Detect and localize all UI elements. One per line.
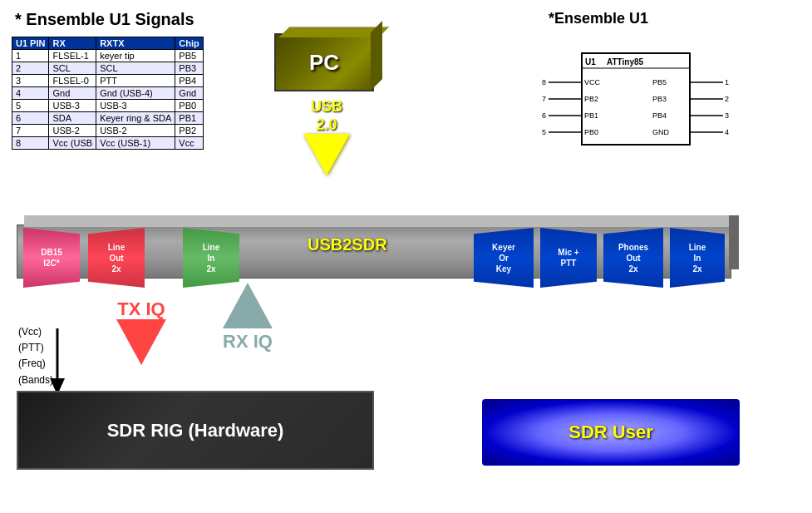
table-cell: PB0 [175, 100, 203, 112]
table-cell: SCL [49, 62, 96, 75]
sdr-user-box: SDR User [482, 399, 740, 466]
table-cell: FLSEL-0 [49, 75, 96, 87]
table-cell: 5 [12, 100, 49, 112]
table-row: 8Vcc (USBVcc (USB-1)Vcc [12, 137, 204, 150]
table-cell: PB2 [175, 125, 203, 137]
svg-text:GND: GND [652, 128, 670, 136]
col-header-rx: RX [49, 37, 96, 50]
usb-arrow-down-icon [303, 134, 350, 175]
tx-label: TX IQ [117, 299, 165, 319]
table-cell: Gnd [175, 87, 203, 100]
svg-text:PB0: PB0 [584, 128, 598, 136]
svg-text:ATTiny85: ATTiny85 [607, 57, 644, 67]
table-cell: FLSEL-1 [49, 50, 96, 62]
port-lineout: LineOut2x [88, 228, 145, 288]
table-row: 1FLSEL-1keyer tipPB5 [12, 50, 204, 62]
svg-text:2: 2 [725, 95, 729, 103]
left-label-ptt: (PTT) [18, 340, 53, 356]
table-cell: USB-3 [49, 100, 96, 112]
port-mic: Mic +PTT [540, 228, 597, 288]
table-cell: PB5 [175, 50, 203, 62]
signal-arrow-down-icon [50, 328, 65, 395]
table-cell: keyer tip [96, 50, 175, 62]
svg-text:PB3: PB3 [652, 95, 667, 103]
rx-iq-arrow: RX IQ [223, 283, 273, 352]
usb-label: USB2.0 [311, 98, 342, 134]
svg-text:U1: U1 [585, 57, 596, 67]
port-db15: DB15I2C* [23, 228, 80, 288]
table-cell: Vcc (USB-1) [96, 137, 175, 150]
ensemble-right-title: *Ensemble U1 [549, 10, 648, 27]
table-cell: 7 [12, 125, 49, 137]
table-cell: PB4 [175, 75, 203, 87]
table-cell: SDA [49, 112, 96, 125]
table-row: 5USB-3USB-3PB0 [12, 100, 204, 112]
svg-text:PB5: PB5 [652, 78, 667, 86]
col-header-rxtx: RXTX [96, 37, 175, 50]
svg-text:PB4: PB4 [652, 111, 667, 120]
svg-text:7: 7 [542, 95, 546, 103]
port-linein-left: LineIn2x [183, 228, 239, 288]
table-cell: PB3 [175, 62, 203, 75]
table-cell: PB1 [175, 112, 203, 125]
table-cell: USB-2 [96, 125, 175, 137]
port-phones: PhonesOut2x [603, 228, 663, 288]
chip-diagram: U1 ATTiny85 8 7 6 5 1 2 3 4 VCC PB2 PB1 … [524, 37, 756, 170]
tx-arrow-down-icon [116, 319, 166, 365]
table-cell: PTT [96, 75, 175, 87]
table-cell: 8 [12, 137, 49, 150]
table-row: 4GndGnd (USB-4)Gnd [12, 87, 204, 100]
table-cell: 2 [12, 62, 49, 75]
signal-table: U1 PIN RX RXTX Chip 1FLSEL-1keyer tipPB5… [12, 37, 204, 150]
port-linein-right: LineIn2x [670, 228, 725, 288]
sdr-rig-label: SDR RIG (Hardware) [107, 420, 284, 441]
board-label: USB2SDR [308, 235, 387, 254]
table-cell: Gnd [49, 87, 96, 100]
pc-3d-box: PC [274, 33, 374, 91]
table-cell: USB-3 [96, 100, 175, 112]
svg-text:1: 1 [725, 78, 729, 86]
svg-text:5: 5 [542, 128, 546, 136]
svg-text:VCC: VCC [584, 78, 601, 86]
table-cell: 4 [12, 87, 49, 100]
main-title: * Ensemble U1 Signals [15, 10, 194, 29]
pc-label: PC [309, 50, 339, 76]
table-cell: 6 [12, 112, 49, 125]
tx-iq-arrow: TX IQ [116, 299, 166, 365]
table-cell: Vcc (USB [49, 137, 96, 150]
left-label-bands: (Bands) [18, 372, 53, 388]
col-header-chip: Chip [175, 37, 203, 50]
table-row: 2SCLSCLPB3 [12, 62, 204, 75]
sdr-user-label: SDR User [568, 422, 652, 443]
svg-text:PB2: PB2 [584, 95, 598, 103]
table-cell: 3 [12, 75, 49, 87]
table-cell: USB-2 [49, 125, 96, 137]
table-cell: SCL [96, 62, 175, 75]
svg-text:8: 8 [542, 78, 546, 86]
left-label-freq: (Freq) [18, 356, 53, 372]
left-labels: (Vcc) (PTT) (Freq) (Bands) [18, 324, 53, 388]
col-header-pin: U1 PIN [12, 37, 49, 50]
svg-text:PB1: PB1 [584, 111, 598, 120]
table-row: 6SDAKeyer ring & SDAPB1 [12, 112, 204, 125]
pc-box: PC [274, 33, 382, 100]
svg-text:4: 4 [725, 128, 729, 136]
table-cell: Vcc [175, 137, 203, 150]
table-cell: 1 [12, 50, 49, 62]
table-row: 3FLSEL-0PTTPB4 [12, 75, 204, 87]
port-keyer: KeyerOrKey [474, 228, 534, 288]
sdr-rig-box: SDR RIG (Hardware) [17, 391, 374, 470]
rx-arrow-up-icon [223, 283, 273, 328]
table-cell: Gnd (USB-4) [96, 87, 175, 100]
table-cell: Keyer ring & SDA [96, 112, 175, 125]
svg-text:6: 6 [542, 111, 546, 120]
table-row: 7USB-2USB-2PB2 [12, 125, 204, 137]
svg-text:3: 3 [725, 111, 729, 120]
left-label-vcc: (Vcc) [18, 324, 53, 340]
rx-label: RX IQ [223, 332, 273, 352]
usb-arrow: USB2.0 [303, 98, 350, 175]
